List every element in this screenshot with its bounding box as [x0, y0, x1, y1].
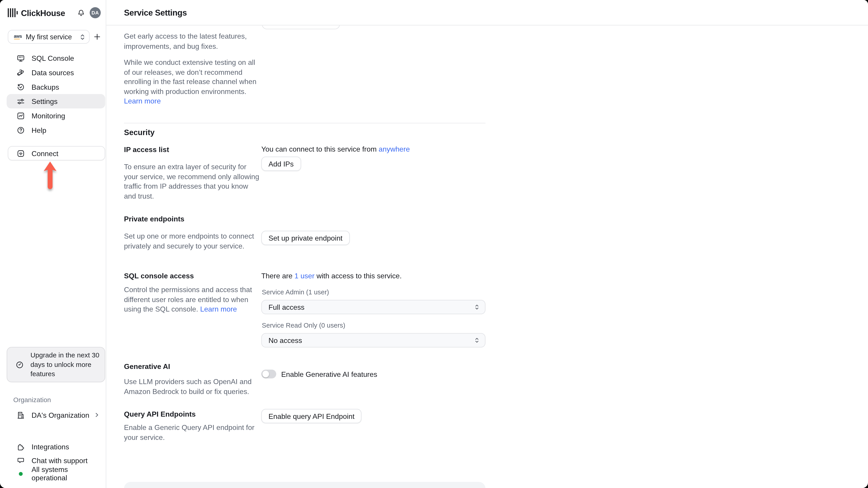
- integrations-puzzle-icon: [17, 442, 25, 451]
- sidebar-item-settings[interactable]: Settings: [6, 94, 105, 108]
- page-header: Service Settings: [106, 0, 868, 26]
- chevron-up-down-icon: [474, 337, 479, 344]
- chevron-up-down-icon: [80, 33, 85, 40]
- clickhouse-logo-icon: [8, 8, 18, 17]
- data-sources-icon: [17, 68, 25, 76]
- sidebar-item-label: Integrations: [32, 442, 69, 451]
- sql-console-access-title: SQL console access: [124, 271, 194, 280]
- chat-bubble-icon: [17, 456, 25, 464]
- clock-icon: [16, 361, 24, 369]
- ip-access-list-description: To ensure an extra layer of security for…: [124, 162, 260, 201]
- security-heading: Security: [124, 128, 155, 137]
- sidebar-item-data-sources[interactable]: Data sources: [6, 65, 105, 80]
- private-endpoints-title: Private endpoints: [124, 215, 184, 223]
- chevron-right-icon: [94, 412, 99, 418]
- brand-row: ClickHouse DA: [8, 6, 101, 19]
- sidebar: ClickHouse DA aws My first service: [0, 0, 106, 488]
- help-question-icon: [17, 126, 25, 134]
- release-channel-description-1: Get early access to the latest features,…: [124, 32, 260, 51]
- connect-button-label: Connect: [32, 149, 59, 158]
- sidebar-item-sql-console[interactable]: SQL Console: [6, 51, 105, 65]
- page-title: Service Settings: [124, 8, 187, 17]
- sidebar-item-label: Monitoring: [32, 111, 65, 120]
- app-window: ClickHouse DA aws My first service: [0, 0, 868, 488]
- add-ips-button[interactable]: Add IPs: [261, 157, 301, 171]
- service-admin-label: Service Admin (1 user): [262, 288, 329, 296]
- organization-item[interactable]: DA's Organization: [6, 408, 105, 422]
- connect-button[interactable]: Connect: [8, 146, 105, 161]
- add-service-button[interactable]: [91, 31, 103, 43]
- annotation-arrow-icon: [43, 161, 57, 190]
- setup-private-endpoint-button[interactable]: Set up private endpoint: [261, 231, 350, 245]
- status-green-dot-icon: [19, 472, 23, 476]
- sql-console-icon: [17, 54, 25, 62]
- sidebar-item-help[interactable]: Help: [6, 123, 105, 137]
- sidebar-item-label: Data sources: [32, 68, 74, 76]
- backups-restore-icon: [17, 83, 25, 91]
- anywhere-link[interactable]: anywhere: [379, 145, 410, 153]
- service-admin-select[interactable]: Full access: [261, 300, 486, 314]
- sql-console-access-description: Control the permissions and access that …: [124, 285, 260, 314]
- service-admin-select-value: Full access: [269, 303, 305, 311]
- sidebar-item-label: Help: [32, 126, 46, 134]
- sidebar-item-backups[interactable]: Backups: [6, 80, 105, 94]
- upgrade-notice-text: Upgrade in the next 30 days to unlock mo…: [31, 350, 100, 379]
- learn-more-link[interactable]: Learn more: [124, 97, 161, 105]
- learn-more-link[interactable]: Learn more: [200, 305, 237, 313]
- sidebar-item-label: Backups: [32, 83, 59, 91]
- section-divider: [124, 123, 486, 123]
- settings-sliders-icon: [17, 97, 25, 105]
- main-content: Service Settings Get early access to the…: [106, 0, 868, 488]
- query-api-endpoints-description: Enable a Generic Query API endpoint for …: [124, 423, 260, 442]
- service-selector[interactable]: aws My first service: [8, 30, 90, 43]
- organization-building-icon: [17, 411, 25, 419]
- service-selector-label: My first service: [26, 33, 72, 41]
- organization-section-label: Organization: [13, 396, 51, 404]
- upgrade-notice[interactable]: Upgrade in the next 30 days to unlock mo…: [6, 347, 105, 383]
- release-channel-description-2: While we conduct extensive testing on al…: [124, 58, 260, 106]
- chevron-up-down-icon: [474, 304, 479, 310]
- query-api-endpoints-title: Query API Endpoints: [124, 410, 196, 418]
- ip-access-connect-line: You can connect to this service from any…: [261, 145, 410, 153]
- sidebar-item-label: Settings: [32, 97, 58, 105]
- sidebar-item-label: Chat with support: [32, 456, 88, 464]
- avatar[interactable]: DA: [90, 7, 101, 18]
- connect-icon: [17, 149, 25, 158]
- release-channel-select-partial[interactable]: [262, 26, 340, 29]
- service-read-only-select-value: No access: [269, 336, 302, 345]
- monitoring-chart-icon: [17, 111, 25, 120]
- generative-ai-toggle[interactable]: [261, 369, 276, 379]
- generative-ai-description: Use LLM providers such as OpenAI and Ama…: [124, 377, 260, 396]
- sidebar-item-monitoring[interactable]: Monitoring: [6, 108, 105, 123]
- service-read-only-select[interactable]: No access: [261, 333, 486, 348]
- next-section-card-partial: [124, 482, 486, 488]
- private-endpoints-description: Set up one or more endpoints to connect …: [124, 231, 262, 251]
- enable-query-api-endpoint-button[interactable]: Enable query API Endpoint: [261, 409, 362, 423]
- system-status[interactable]: All systems operational: [6, 467, 105, 480]
- brand-name: ClickHouse: [21, 8, 65, 18]
- aws-provider-icon: aws: [14, 33, 22, 39]
- service-read-only-label: Service Read Only (0 users): [262, 322, 345, 329]
- organization-name: DA's Organization: [32, 411, 90, 419]
- status-label: All systems operational: [32, 465, 105, 482]
- ip-access-list-title: IP access list: [124, 145, 169, 154]
- generative-ai-toggle-label: Enable Generative AI features: [281, 370, 377, 378]
- sidebar-nav: SQL Console Data sources: [6, 51, 105, 137]
- one-user-link[interactable]: 1 user: [294, 271, 315, 280]
- generative-ai-title: Generative AI: [124, 362, 170, 371]
- generative-ai-toggle-row: Enable Generative AI features: [261, 369, 377, 379]
- sql-console-users-line: There are 1 user with access to this ser…: [261, 271, 402, 280]
- sidebar-item-integrations[interactable]: Integrations: [6, 440, 105, 453]
- sidebar-item-label: SQL Console: [32, 54, 74, 62]
- sidebar-item-chat-support[interactable]: Chat with support: [6, 454, 105, 467]
- notifications-bell-icon[interactable]: [77, 8, 85, 17]
